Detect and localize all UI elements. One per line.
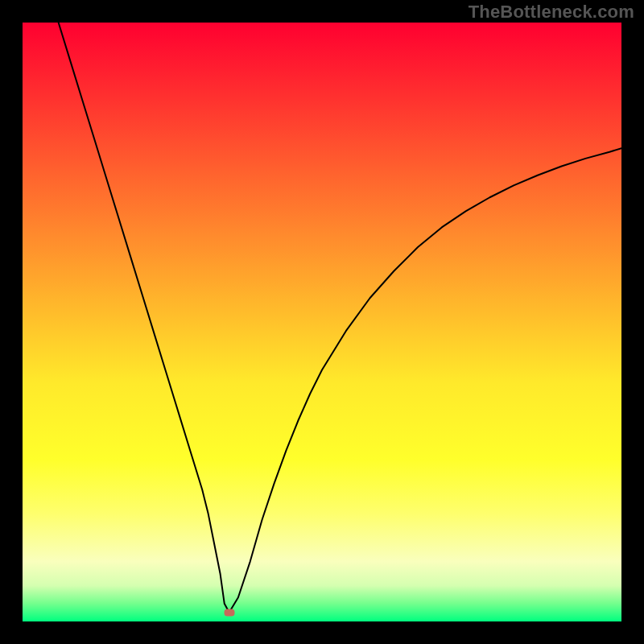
curve-minimum-marker — [224, 609, 234, 616]
watermark-label: TheBottleneck.com — [469, 2, 634, 23]
chart-frame: TheBottleneck.com — [0, 0, 644, 644]
bottleneck-curve — [59, 23, 621, 613]
curve-svg — [23, 23, 621, 621]
plot-area — [23, 23, 621, 621]
